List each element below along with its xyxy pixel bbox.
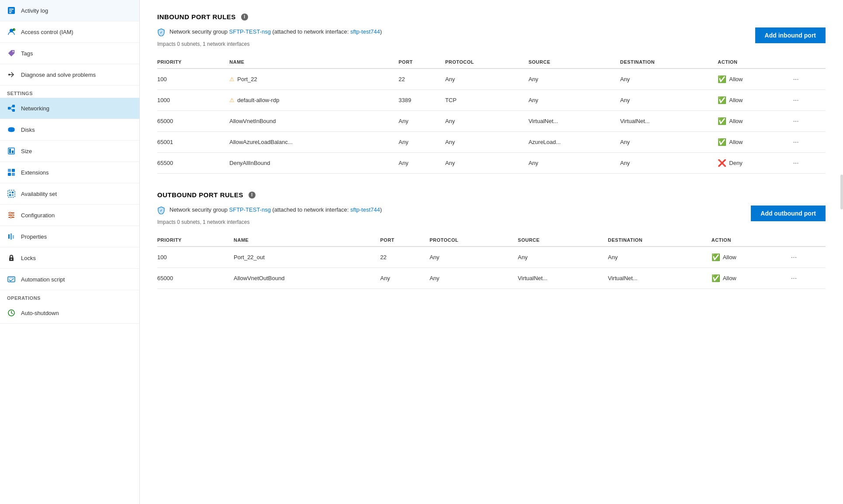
svg-rect-34 [8, 234, 10, 239]
more-options-button[interactable]: ··· [789, 254, 798, 261]
cell-name: DenyAllInBound [229, 153, 398, 174]
svg-point-31 [9, 212, 11, 214]
inbound-info-icon: i [241, 14, 248, 21]
sidebar-item-automation[interactable]: Automation script [0, 269, 139, 290]
col-destination: DESTINATION [608, 234, 712, 247]
cell-name: AllowVnetInBound [229, 111, 398, 132]
svg-text:✓: ✓ [14, 28, 15, 31]
sidebar-item-label: Networking [21, 105, 49, 112]
cell-port: Any [398, 153, 445, 174]
svg-rect-40 [9, 278, 14, 278]
sidebar-item-label: Auto-shutdown [21, 310, 59, 316]
diagnose-icon [7, 70, 16, 79]
sidebar-item-availability-set[interactable]: Availability set [0, 183, 139, 205]
svg-rect-10 [12, 105, 15, 107]
cell-destination: Any [620, 90, 718, 111]
allow-icon: ✅ [712, 274, 720, 282]
inbound-rules-table: PRIORITY NAME PORT PROTOCOL SOURCE DESTI… [157, 56, 826, 174]
col-destination: DESTINATION [620, 56, 718, 69]
sidebar-item-networking[interactable]: Networking [0, 98, 139, 119]
svg-rect-25 [12, 192, 14, 193]
sidebar-item-locks[interactable]: Locks [0, 247, 139, 269]
locks-icon [7, 254, 16, 262]
outbound-iface-link[interactable]: sftp-test744 [350, 206, 380, 213]
cell-name: AllowAzureLoadBalanc... [229, 132, 398, 153]
cell-more[interactable]: ··· [789, 268, 826, 289]
svg-text:✓: ✓ [160, 31, 162, 34]
more-options-button[interactable]: ··· [791, 117, 800, 125]
sidebar-item-size[interactable]: Size [0, 141, 139, 162]
sidebar-item-label: Access control (IAM) [21, 29, 73, 35]
sidebar: Activity log ✓ Access control (IAM) Tags [0, 0, 140, 504]
cell-action: ✅ Allow [712, 268, 789, 289]
cell-destination: Any [620, 132, 718, 153]
inbound-iface-link[interactable]: sftp-test744 [350, 28, 380, 35]
main-content: INBOUND PORT RULES i ✓ Network security … [140, 0, 843, 504]
svg-rect-9 [8, 107, 10, 110]
svg-point-33 [10, 216, 12, 218]
cell-action: ✅ Allow [718, 90, 791, 111]
cell-more[interactable]: ··· [791, 132, 826, 153]
cell-more[interactable]: ··· [791, 69, 826, 90]
inbound-nsg-link[interactable]: SFTP-TEST-nsg [229, 28, 271, 35]
sidebar-item-configuration[interactable]: Configuration [0, 205, 139, 226]
sidebar-item-label: Extensions [21, 169, 49, 176]
sidebar-item-label: Automation script [21, 276, 65, 283]
sidebar-item-tags[interactable]: Tags [0, 43, 139, 64]
more-options-button[interactable]: ··· [789, 274, 798, 282]
availability-icon [7, 189, 16, 198]
more-options-button[interactable]: ··· [791, 75, 800, 83]
sidebar-item-iam[interactable]: ✓ Access control (IAM) [0, 21, 139, 43]
cell-port: 22 [398, 69, 445, 90]
svg-rect-35 [10, 233, 12, 240]
cell-priority: 65000 [157, 268, 234, 289]
cell-destination: VirtualNet... [620, 111, 718, 132]
cell-more[interactable]: ··· [789, 247, 826, 268]
add-inbound-port-button[interactable]: Add inbound port [755, 27, 826, 43]
sidebar-item-label: Tags [21, 50, 33, 57]
inbound-section-title: INBOUND PORT RULES i [157, 13, 826, 21]
cell-more[interactable]: ··· [791, 111, 826, 132]
size-icon [7, 147, 16, 155]
svg-rect-19 [8, 169, 11, 172]
svg-rect-23 [8, 190, 15, 197]
svg-point-7 [13, 51, 14, 52]
table-row: 100 ⚠ Port_22 22 Any Any Any ✅ Allow ··· [157, 69, 826, 90]
col-name: NAME [234, 234, 380, 247]
outbound-info-icon: i [249, 192, 256, 199]
col-port: PORT [380, 234, 429, 247]
cell-priority: 65001 [157, 132, 229, 153]
sidebar-item-extensions[interactable]: Extensions [0, 162, 139, 183]
sidebar-item-diagnose[interactable]: Diagnose and solve problems [0, 64, 139, 86]
cell-source: Any [529, 69, 620, 90]
more-options-button[interactable]: ··· [791, 159, 800, 167]
sidebar-item-activity-log[interactable]: Activity log [0, 0, 139, 21]
cell-source: VirtualNet... [518, 268, 608, 289]
warning-icon: ⚠ [229, 76, 235, 82]
more-options-button[interactable]: ··· [791, 96, 800, 104]
sidebar-item-disks[interactable]: Disks [0, 119, 139, 141]
outbound-impact-text: Impacts 0 subnets, 1 network interfaces [157, 219, 382, 225]
sidebar-item-properties[interactable]: Properties [0, 226, 139, 247]
svg-point-38 [11, 259, 12, 260]
table-row: 65000 AllowVnetOutBound Any Any VirtualN… [157, 268, 826, 289]
sidebar-item-auto-shutdown[interactable]: Auto-shutdown [0, 302, 139, 324]
allow-icon: ✅ [712, 253, 720, 261]
cell-port: Any [398, 111, 445, 132]
allow-icon: ✅ [718, 138, 726, 146]
cell-protocol: Any [429, 247, 518, 268]
inbound-nsg-info: ✓ Network security group SFTP-TEST-nsg (… [157, 27, 382, 38]
cell-source: Any [518, 247, 608, 268]
svg-rect-18 [12, 151, 14, 153]
col-priority: PRIORITY [157, 56, 229, 69]
col-source: SOURCE [529, 56, 620, 69]
add-outbound-port-button[interactable]: Add outbound port [751, 206, 826, 221]
cell-source: VirtualNet... [529, 111, 620, 132]
cell-more[interactable]: ··· [791, 153, 826, 174]
outbound-rules-table: PRIORITY NAME PORT PROTOCOL SOURCE DESTI… [157, 234, 826, 289]
automation-icon [7, 275, 16, 284]
cell-more[interactable]: ··· [791, 90, 826, 111]
outbound-nsg-link[interactable]: SFTP-TEST-nsg [229, 206, 271, 213]
inbound-nsg-text: Network security group SFTP-TEST-nsg (at… [169, 27, 382, 36]
more-options-button[interactable]: ··· [791, 138, 800, 146]
